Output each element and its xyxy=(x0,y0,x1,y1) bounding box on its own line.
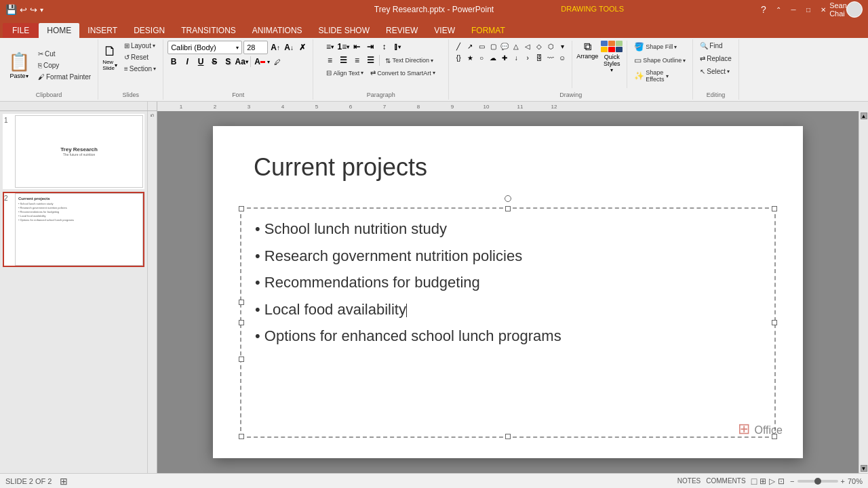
shape-rtriangle[interactable]: ◁ xyxy=(522,41,533,52)
slide-title[interactable]: Current projects xyxy=(254,153,427,182)
font-color-dropdown[interactable]: ▾ xyxy=(267,59,270,65)
replace-button[interactable]: ⇄ Replace xyxy=(697,54,734,64)
handle-tl[interactable] xyxy=(239,206,244,211)
decrease-font-button[interactable]: A↓ xyxy=(283,41,295,54)
tab-animations[interactable]: ANIMATIONS xyxy=(244,23,311,38)
align-center-button[interactable]: ☰ xyxy=(337,54,349,66)
shape-down-arrow[interactable]: ↓ xyxy=(511,52,521,63)
view-slide-sorter-button[interactable]: ⊞ xyxy=(760,476,766,486)
underline-button[interactable]: U xyxy=(195,56,207,68)
section-button[interactable]: ≡ Section▾ xyxy=(121,64,159,74)
zoom-control[interactable]: − + 70% xyxy=(790,477,863,485)
tab-review[interactable]: REVIEW xyxy=(378,23,426,38)
increase-font-button[interactable]: A↑ xyxy=(269,41,281,54)
handle-tr[interactable] xyxy=(772,206,777,211)
convert-smartart-button[interactable]: ⇄ Convert to SmartArt▾ xyxy=(368,68,438,78)
tab-view[interactable]: VIEW xyxy=(426,23,463,38)
new-slide-button[interactable]: 🗋 NewSlide▾ xyxy=(102,43,117,71)
tab-file[interactable]: FILE xyxy=(3,23,39,38)
text-direction-button[interactable]: ⇅ Text Direction▾ xyxy=(382,56,436,66)
quick-access-toolbar[interactable]: 💾 ↩ ↪ ▾ xyxy=(5,4,43,15)
tab-format[interactable]: FORMAT xyxy=(463,23,513,38)
shape-more[interactable]: ▾ xyxy=(557,41,568,52)
align-right-button[interactable]: ≡ xyxy=(351,54,363,66)
align-left-button[interactable]: ≡ xyxy=(323,54,336,66)
redo-icon[interactable]: ↪ xyxy=(30,5,37,15)
font-family-selector[interactable]: Calibri (Body)▾ xyxy=(167,41,242,54)
handle-tm[interactable] xyxy=(505,206,511,211)
strikethrough-button[interactable]: S xyxy=(208,56,220,68)
handle-mr[interactable] xyxy=(772,320,777,325)
tab-home[interactable]: HOME xyxy=(39,23,79,38)
cut-button[interactable]: ✂ Cut xyxy=(35,49,94,59)
ribbon-collapse-icon[interactable]: ⌃ xyxy=(773,4,784,15)
tab-slideshow[interactable]: SLIDE SHOW xyxy=(311,23,378,38)
layout-button[interactable]: ⊞ Layout▾ xyxy=(121,41,159,51)
reset-button[interactable]: ↺ Reset xyxy=(121,52,159,62)
scroll-up-button[interactable]: ▲ xyxy=(861,113,867,119)
notes-button[interactable]: NOTES xyxy=(677,477,701,485)
shape-rect[interactable]: ▭ xyxy=(476,41,487,52)
zoom-in-button[interactable]: + xyxy=(841,477,845,485)
font-color-button[interactable]: A xyxy=(254,56,266,68)
shape-callout[interactable]: 💬 xyxy=(499,41,510,52)
shape-effects-button[interactable]: ✨ ShapeEffects▾ xyxy=(631,68,688,84)
tab-transitions[interactable]: TRANSITIONS xyxy=(173,23,244,38)
rotate-handle[interactable] xyxy=(505,195,511,202)
undo-icon[interactable]: ↩ xyxy=(20,5,27,15)
arrange-button[interactable]: ⧉ Arrange xyxy=(576,41,598,60)
shape-wave[interactable]: 〰 xyxy=(545,52,556,63)
view-presenter-button[interactable]: ⊡ xyxy=(778,476,785,486)
quick-styles-button[interactable]: QuickStyles ▾ xyxy=(601,41,623,73)
handle-bl[interactable] xyxy=(239,434,244,439)
line-spacing-button[interactable]: ↕ xyxy=(378,41,390,53)
format-painter-button[interactable]: 🖌 Format Painter xyxy=(35,72,94,82)
clear-format-button[interactable]: ✗ xyxy=(296,41,309,54)
shape-hex[interactable]: ⬡ xyxy=(545,41,556,52)
text-content-box[interactable]: School lunch nutrition study Research go… xyxy=(240,207,776,438)
tab-insert[interactable]: INSERT xyxy=(79,23,125,38)
handle-left-lower[interactable] xyxy=(239,357,244,362)
close-icon[interactable]: ✕ xyxy=(818,4,829,15)
right-scrollbar[interactable]: ▲ ▼ xyxy=(859,111,868,473)
shape-circle[interactable]: ○ xyxy=(476,52,487,63)
select-button[interactable]: ↖ Select▾ xyxy=(697,66,734,77)
window-controls[interactable]: ? ⌃ ─ □ ✕ Sean Chai xyxy=(758,1,863,18)
change-case-button[interactable]: Aa▾ xyxy=(235,56,248,68)
view-reading-button[interactable]: ▷ xyxy=(769,476,775,486)
tab-design[interactable]: DESIGN xyxy=(125,23,173,38)
save-icon[interactable]: 💾 xyxy=(5,4,17,15)
shape-fill-button[interactable]: 🪣 Shape Fill▾ xyxy=(631,41,688,53)
bold-button[interactable]: B xyxy=(167,56,180,68)
shape-round-rect[interactable]: ▢ xyxy=(488,41,498,52)
zoom-thumb[interactable] xyxy=(814,478,821,485)
italic-button[interactable]: I xyxy=(181,56,193,68)
canvas-area[interactable]: Current projects School lunch nutritio xyxy=(157,111,859,473)
view-normal-button[interactable]: □ xyxy=(751,476,757,487)
shape-star[interactable]: ★ xyxy=(465,52,475,63)
shape-diamond[interactable]: ◇ xyxy=(534,41,545,52)
shape-chevron[interactable]: › xyxy=(522,52,533,63)
shape-cross[interactable]: ✚ xyxy=(499,52,510,63)
handle-bm[interactable] xyxy=(505,434,511,439)
handle-left-upper[interactable] xyxy=(239,300,244,305)
minimize-icon[interactable]: ─ xyxy=(788,4,799,15)
scroll-down-button[interactable]: ▼ xyxy=(861,465,867,472)
qat-dropdown-icon[interactable]: ▾ xyxy=(40,6,43,14)
decrease-indent-button[interactable]: ⇤ xyxy=(351,41,363,53)
justify-button[interactable]: ☰ xyxy=(364,54,376,66)
shape-arrow[interactable]: ↗ xyxy=(465,41,475,52)
comments-button[interactable]: COMMENTS xyxy=(706,477,745,485)
shape-cloud[interactable]: ☁ xyxy=(488,52,498,63)
shape-triangle[interactable]: △ xyxy=(511,41,521,52)
align-text-button[interactable]: ⊟ Align Text▾ xyxy=(323,68,366,78)
columns-button[interactable]: ⫿▾ xyxy=(391,41,403,53)
numbering-button[interactable]: 1≡▾ xyxy=(337,41,349,53)
zoom-out-button[interactable]: − xyxy=(790,477,794,485)
slide-thumb-2[interactable]: 2 Current projects • School lunch nutrit… xyxy=(3,192,144,267)
shadow-button[interactable]: S xyxy=(222,56,234,68)
shape-line[interactable]: ╱ xyxy=(453,41,464,52)
slide-thumb-1[interactable]: 1 Trey Research The future of nutrition xyxy=(3,114,144,189)
restore-icon[interactable]: □ xyxy=(803,4,814,15)
handle-ml[interactable] xyxy=(239,320,244,325)
